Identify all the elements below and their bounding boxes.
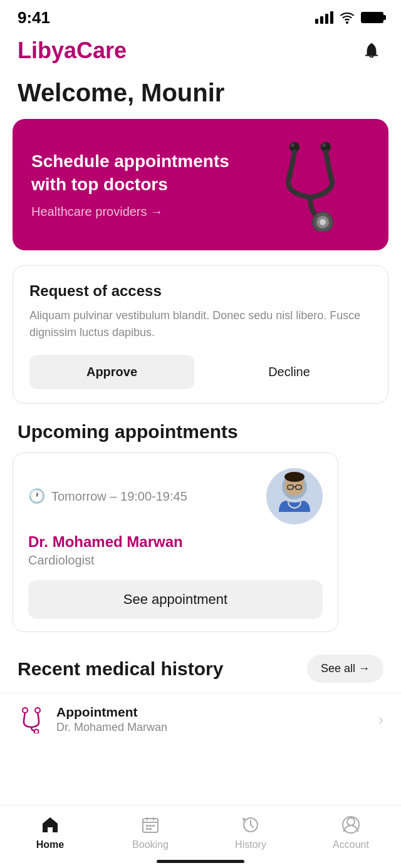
nav-home[interactable]: Home [0,814,100,850]
clock-icon: 🕐 [28,488,45,504]
svg-point-0 [346,22,348,23]
history-title: Recent medical history [18,658,223,680]
wifi-icon [340,10,355,25]
account-icon [340,814,362,835]
appointment-info: Dr. Mohamed Marwan Cardiologist [28,533,323,568]
see-appointment-button[interactable]: See appointment [28,580,323,619]
nav-booking[interactable]: Booking [100,814,200,850]
welcome-text: Welcome, Mounir [18,79,383,106]
status-bar: 9:41 [0,0,401,33]
history-header: Recent medical history See all → [0,655,401,693]
logo-black: Libya [18,38,76,63]
history-info: Appointment Dr. Mohamed Marwan [56,705,367,734]
decline-button[interactable]: Decline [207,355,372,389]
history-item[interactable]: Appointment Dr. Mohamed Marwan › [0,693,401,745]
logo-pink: Care [76,38,127,63]
history-label: History [235,839,266,850]
history-doctor: Dr. Mohamed Marwan [56,721,367,734]
booking-icon [140,814,161,835]
medical-history-section: Recent medical history See all → Appoint… [0,650,401,745]
account-label: Account [333,839,369,850]
nav-account[interactable]: Account [301,814,401,850]
appointment-time-row: 🕐 Tomorrow – 19:00-19:45 [28,468,323,524]
svg-point-27 [347,818,355,825]
history-nav-icon [240,814,261,835]
svg-rect-23 [152,825,155,827]
svg-point-6 [291,143,294,147]
svg-point-5 [320,219,326,225]
upcoming-header: Upcoming appointments [0,421,401,452]
home-icon [39,814,61,835]
svg-rect-24 [146,828,148,830]
request-access-card: Request of access Aliquam pulvinar vesti… [13,265,388,404]
banner-stethoscope [257,138,370,232]
appointment-card: 🕐 Tomorrow – 19:00-19:45 [13,452,338,632]
nav-history[interactable]: History [200,814,301,850]
svg-rect-25 [149,828,152,830]
bell-icon[interactable] [360,39,383,63]
stethoscope-icon [18,706,45,733]
upcoming-title: Upcoming appointments [18,421,238,442]
welcome-section: Welcome, Mounir [0,74,401,119]
see-all-button[interactable]: See all → [307,655,383,683]
request-actions: Approve Decline [29,355,372,389]
banner-title: Schedule appointments with top doctors [31,150,257,196]
banner-link[interactable]: Healthcare providers → [31,205,257,219]
approve-button[interactable]: Approve [29,355,194,389]
appointment-time: Tomorrow – 19:00-19:45 [51,489,187,504]
request-body: Aliquam pulvinar vestibulum blandit. Don… [29,307,372,341]
promo-banner[interactable]: Schedule appointments with top doctors H… [13,119,388,250]
doctor-specialty: Cardiologist [28,553,323,568]
upcoming-section: Upcoming appointments 🕐 Tomorrow – 19:00… [0,421,401,650]
history-type: Appointment [56,705,367,720]
status-icons [315,10,383,25]
home-label: Home [36,839,64,850]
app-logo: LibyaCare [18,38,127,64]
doctor-name: Dr. Mohamed Marwan [28,533,323,551]
svg-rect-21 [146,825,148,827]
svg-point-7 [322,143,326,147]
chevron-right-icon: › [378,711,383,728]
app-header: LibyaCare [0,33,401,74]
signal-icon [315,11,333,24]
bottom-nav: Home Booking History [0,805,401,868]
appt-time-left: 🕐 Tomorrow – 19:00-19:45 [28,488,187,504]
booking-label: Booking [132,839,169,850]
battery-icon [361,12,383,23]
svg-rect-22 [149,825,152,827]
appointments-list[interactable]: 🕐 Tomorrow – 19:00-19:45 [0,452,401,650]
banner-text: Schedule appointments with top doctors H… [31,150,257,219]
status-time: 9:41 [18,8,50,28]
home-indicator [157,860,244,863]
request-title: Request of access [29,282,372,300]
doctor-avatar [266,468,323,524]
svg-point-10 [284,472,305,482]
